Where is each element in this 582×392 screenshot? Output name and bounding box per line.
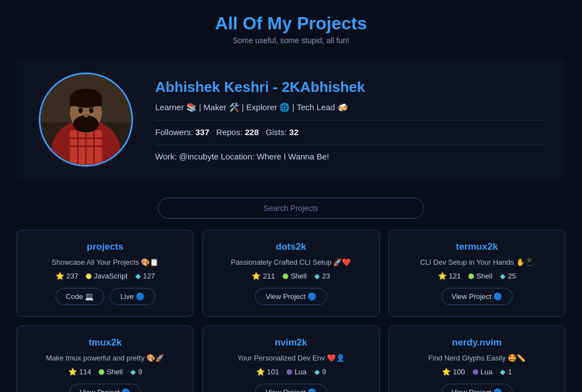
project-stats: ⭐ 121 Shell ◆ 25	[438, 272, 516, 280]
search-section	[0, 189, 582, 230]
project-card: projects Showcase All Your Projects 🎨📋 ⭐…	[17, 230, 193, 317]
star-icon: ⭐	[256, 368, 265, 376]
lang-stat: Shell	[99, 368, 122, 376]
profile-section: Abhishek Keshri - 2KAbhishek Learner 📚 |…	[17, 59, 565, 180]
star-count: 211	[263, 272, 275, 280]
project-card: termux2k CLI Dev Setup in Your Hands ✋📱 …	[389, 230, 565, 317]
project-name[interactable]: nvim2k	[275, 337, 308, 348]
fork-stat: ◆ 25	[500, 272, 515, 280]
project-btn[interactable]: View Project 🔵	[441, 384, 513, 392]
project-desc: CLI Dev Setup in Your Hands ✋📱	[420, 258, 534, 266]
project-buttons: View Project 🔵	[255, 384, 327, 392]
project-btn[interactable]: Code 💻	[55, 288, 105, 305]
diamond-icon: ◆	[500, 368, 506, 376]
page-title: All Of My Projects	[0, 13, 582, 34]
star-stat: ⭐ 211	[252, 272, 275, 280]
fork-count: 25	[508, 272, 515, 280]
star-stat: ⭐ 100	[442, 368, 465, 376]
project-btn[interactable]: View Project 🔵	[69, 384, 141, 392]
avatar-container	[39, 73, 133, 167]
project-buttons: View Project 🔵	[441, 384, 513, 392]
gists-count: 32	[289, 127, 299, 137]
project-stats: ⭐ 237 JavaScript ◆ 127	[55, 272, 155, 280]
fork-stat: ◆ 9	[130, 368, 142, 376]
project-name[interactable]: tmux2k	[89, 337, 122, 348]
star-count: 100	[453, 368, 465, 376]
diamond-icon: ◆	[130, 368, 136, 376]
project-buttons: View Project 🔵	[69, 384, 141, 392]
svg-point-16	[89, 108, 94, 114]
project-stats: ⭐ 211 Shell ◆ 23	[252, 272, 330, 280]
lang-stat: Lua	[287, 368, 307, 376]
fork-count: 9	[138, 368, 142, 376]
lang-dot-icon	[287, 369, 292, 375]
project-name[interactable]: dots2k	[276, 241, 307, 252]
projects-grid: projects Showcase All Your Projects 🎨📋 ⭐…	[0, 230, 582, 392]
project-btn[interactable]: Live 🔵	[110, 288, 155, 305]
project-btn[interactable]: View Project 🔵	[255, 288, 327, 305]
repos-count: 228	[245, 127, 259, 137]
star-count: 101	[267, 368, 279, 376]
project-desc: Find Nerd Glyphs Easily 🤩✏️	[428, 354, 525, 362]
profile-work: Work: @incubyte Location: Where I Wanna …	[155, 152, 543, 161]
star-stat: ⭐ 121	[438, 272, 461, 280]
lang-dot-icon	[468, 274, 474, 279]
project-btn[interactable]: View Project 🔵	[441, 288, 513, 305]
divider-1	[155, 120, 543, 121]
search-input[interactable]	[158, 198, 424, 219]
diamond-icon: ◆	[314, 272, 320, 280]
fork-stat: ◆ 1	[500, 368, 512, 376]
followers-count: 337	[196, 127, 210, 137]
divider-2	[155, 145, 543, 145]
lang-dot-icon	[473, 369, 478, 375]
fork-count: 9	[322, 368, 326, 376]
project-btn[interactable]: View Project 🔵	[255, 384, 327, 392]
star-count: 114	[79, 368, 91, 376]
fork-stat: ◆ 23	[314, 272, 330, 280]
avatar-image	[40, 73, 131, 167]
star-icon: ⭐	[438, 272, 447, 280]
project-stats: ⭐ 114 Shell ◆ 9	[68, 368, 142, 376]
lang-label: JavaScript	[94, 272, 127, 280]
star-icon: ⭐	[442, 368, 451, 376]
project-desc: Make tmux powerful and pretty 🎨🚀	[46, 354, 164, 362]
project-buttons: Code 💻 Live 🔵	[55, 288, 155, 305]
project-buttons: View Project 🔵	[255, 288, 327, 305]
fork-stat: ◆ 127	[135, 272, 155, 280]
diamond-icon: ◆	[135, 272, 141, 280]
fork-stat: ◆ 9	[314, 368, 326, 376]
star-stat: ⭐ 101	[256, 368, 279, 376]
lang-dot-icon	[86, 274, 91, 279]
lang-stat: Shell	[468, 272, 492, 280]
profile-stats: Followers: 337 Repos: 228 Gists: 32	[155, 127, 543, 137]
fork-count: 127	[143, 272, 155, 280]
star-count: 121	[449, 272, 461, 280]
followers-label: Followers:	[155, 127, 193, 137]
project-card: tmux2k Make tmux powerful and pretty 🎨🚀 …	[17, 326, 193, 392]
project-desc: Your Personalized Dev Env ❤️👤	[237, 354, 344, 362]
project-card: nvim2k Your Personalized Dev Env ❤️👤 ⭐ 1…	[202, 326, 379, 392]
page-header: All Of My Projects Some useful, some stu…	[0, 0, 582, 50]
svg-rect-13	[70, 98, 102, 106]
lang-label: Shell	[290, 272, 307, 280]
project-stats: ⭐ 101 Lua ◆ 9	[256, 368, 326, 376]
star-icon: ⭐	[55, 272, 64, 280]
lang-dot-icon	[99, 369, 104, 375]
project-card: dots2k Passionately Crafted CLI Setup 🚀❤…	[202, 230, 379, 317]
profile-name: Abhishek Keshri - 2KAbhishek	[155, 79, 543, 96]
star-icon: ⭐	[68, 368, 77, 376]
svg-point-14	[73, 115, 99, 132]
project-name[interactable]: termux2k	[456, 241, 498, 252]
fork-count: 23	[322, 272, 330, 280]
project-stats: ⭐ 100 Lua ◆ 1	[442, 368, 512, 376]
gists-label: Gists:	[266, 127, 287, 137]
project-name[interactable]: nerdy.nvim	[452, 337, 502, 348]
lang-stat: Lua	[473, 368, 493, 376]
lang-label: Lua	[481, 368, 493, 376]
lang-label: Shell	[476, 272, 492, 280]
lang-stat: JavaScript	[86, 272, 127, 280]
avatar	[39, 73, 133, 167]
project-name[interactable]: projects	[87, 241, 124, 252]
diamond-icon: ◆	[314, 368, 320, 376]
star-icon: ⭐	[252, 272, 261, 280]
